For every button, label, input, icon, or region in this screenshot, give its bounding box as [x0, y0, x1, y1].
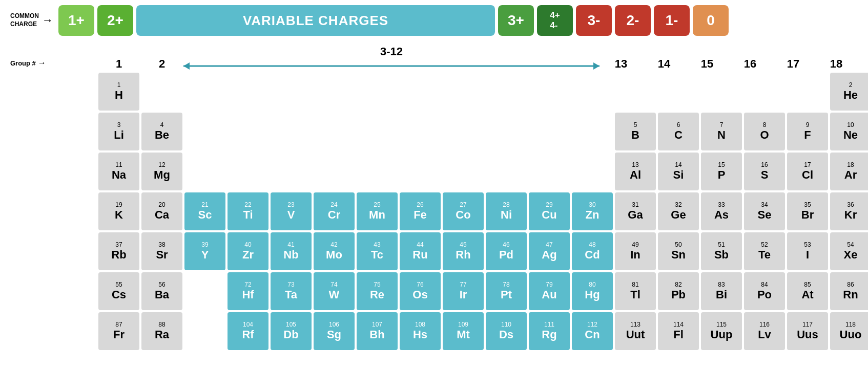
element-cn: 112Cn	[572, 312, 613, 350]
atomic-num-pt: 78	[503, 281, 509, 288]
symbol-hg: Hg	[585, 288, 600, 301]
element-c: 6C	[658, 113, 699, 150]
atomic-num-hf: 72	[244, 281, 251, 288]
atomic-num-v: 23	[287, 201, 294, 208]
element-rn: 86Rn	[830, 272, 868, 310]
symbol-fl: Fl	[673, 328, 684, 341]
atomic-num-zr: 40	[244, 241, 251, 248]
symbol-ra: Ra	[155, 328, 169, 341]
atomic-num-na: 11	[115, 161, 122, 168]
badge-1minus: 1-	[654, 5, 690, 36]
element-rb: 37Rb	[98, 232, 139, 270]
atomic-num-sb: 51	[718, 241, 725, 248]
element-w: 74W	[314, 272, 355, 310]
element-sg: 106Sg	[314, 312, 355, 350]
group-arrow: →	[38, 58, 46, 68]
element-uut: 113Uut	[615, 312, 656, 350]
symbol-xe: Xe	[844, 248, 858, 262]
element-h: 1H	[98, 73, 139, 111]
atomic-num-y: 39	[201, 241, 208, 248]
element-fe: 26Fe	[400, 192, 441, 230]
element-cd: 48Cd	[572, 232, 613, 270]
element-ca: 20Ca	[141, 192, 182, 230]
element-uuo: 118Uuo	[830, 312, 868, 350]
element-cu: 29Cu	[529, 192, 570, 230]
symbol-at: At	[801, 288, 813, 301]
atomic-num-ta: 73	[287, 281, 294, 288]
atomic-num-po: 84	[761, 281, 768, 288]
atomic-num-o: 8	[763, 121, 767, 128]
header-arrow: →	[42, 14, 53, 27]
atomic-num-fl: 114	[673, 321, 684, 328]
atomic-num-sr: 38	[158, 241, 165, 248]
symbol-mo: Mo	[326, 248, 342, 262]
symbol-uus: Uus	[797, 328, 818, 341]
element-kr: 36Kr	[830, 192, 868, 230]
element-zr: 40Zr	[228, 232, 268, 270]
atomic-num-in: 49	[632, 241, 638, 248]
symbol-pt: Pt	[501, 288, 512, 301]
element-y: 39Y	[184, 232, 225, 270]
symbol-be: Be	[155, 128, 169, 142]
symbol-te: Te	[758, 248, 771, 262]
symbol-br: Br	[801, 208, 814, 222]
element-tl: 81Tl	[615, 272, 656, 310]
atomic-num-uuo: 118	[845, 321, 856, 328]
symbol-al: Al	[630, 168, 641, 182]
element-pb: 82Pb	[658, 272, 699, 310]
element-fr: 87Fr	[98, 312, 139, 350]
symbol-i: I	[806, 248, 809, 262]
group-num-15: 15	[687, 57, 728, 71]
header: COMMONCHARGE → 1+ 2+ VARIABLE CHARGES 3+…	[10, 5, 858, 36]
element-be: 4Be	[141, 113, 182, 150]
badge-variable: VARIABLE CHARGES	[136, 5, 495, 36]
atomic-num-h: 1	[117, 81, 121, 89]
symbol-uuo: Uuo	[840, 328, 862, 341]
atomic-num-he: 2	[849, 81, 853, 89]
atomic-num-b: 5	[634, 121, 637, 128]
atomic-num-au: 79	[546, 281, 552, 288]
element-mg: 12Mg	[141, 153, 182, 190]
atomic-num-ge: 32	[675, 201, 681, 208]
symbol-as: As	[714, 208, 729, 222]
element-k: 19K	[98, 192, 139, 230]
symbol-cs: Cs	[112, 288, 126, 301]
atomic-num-uut: 113	[630, 321, 640, 328]
element-ds: 110Ds	[486, 312, 527, 350]
element-sc: 21Sc	[184, 192, 225, 230]
symbol-fr: Fr	[113, 328, 125, 341]
atomic-num-br: 35	[804, 201, 811, 208]
atomic-num-co: 27	[460, 201, 466, 208]
atomic-num-nb: 41	[287, 241, 294, 248]
symbol-y: Y	[201, 248, 209, 262]
symbol-au: Au	[542, 288, 556, 301]
atomic-num-cu: 29	[546, 201, 552, 208]
element-fl: 114Fl	[658, 312, 699, 350]
symbol-pb: Pb	[671, 288, 686, 301]
atomic-num-pd: 46	[503, 241, 509, 248]
badge-1plus: 1+	[58, 5, 94, 36]
atomic-num-cd: 48	[589, 241, 595, 248]
symbol-ru: Ru	[412, 248, 427, 262]
element-in: 49In	[615, 232, 656, 270]
symbol-cr: Cr	[328, 208, 340, 222]
element-mt: 109Mt	[443, 312, 484, 350]
element-mo: 42Mo	[314, 232, 355, 270]
symbol-hf: Hf	[242, 288, 254, 301]
element-xe: 54Xe	[830, 232, 868, 270]
element-ir: 77Ir	[443, 272, 484, 310]
element-se: 34Se	[744, 192, 785, 230]
atomic-num-cr: 24	[330, 201, 337, 208]
atomic-num-ni: 28	[503, 201, 509, 208]
element-pd: 46Pd	[486, 232, 527, 270]
symbol-os: Os	[412, 288, 427, 301]
atomic-num-mn: 25	[374, 201, 380, 208]
atomic-num-p: 15	[718, 161, 725, 168]
atomic-num-sc: 21	[201, 201, 208, 208]
symbol-s: S	[761, 168, 769, 182]
symbol-k: K	[115, 208, 123, 222]
element-au: 79Au	[529, 272, 570, 310]
symbol-zn: Zn	[586, 208, 600, 222]
group-num-2: 2	[141, 57, 182, 71]
symbol-fe: Fe	[414, 208, 427, 222]
